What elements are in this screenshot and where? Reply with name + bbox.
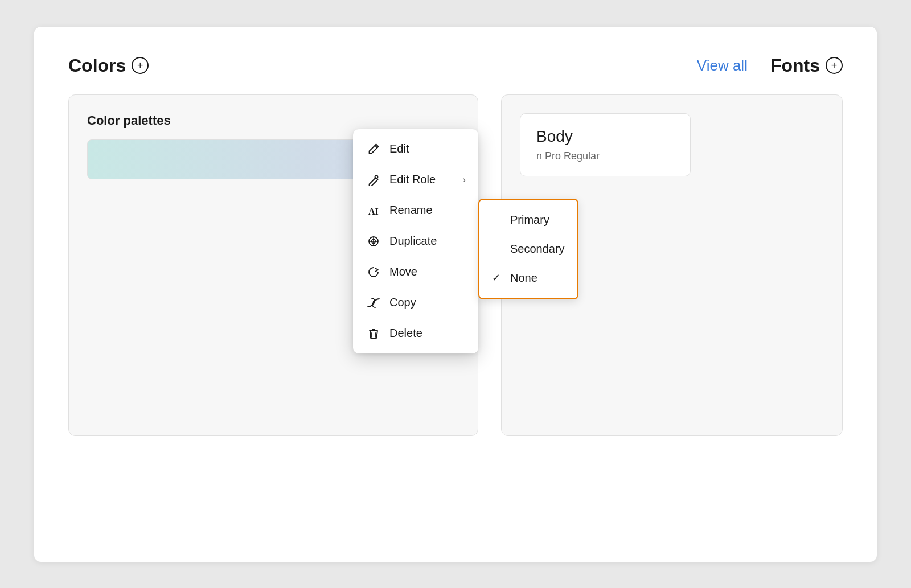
- edit-role-label: Edit Role: [389, 173, 455, 186]
- add-fonts-button[interactable]: +: [826, 57, 843, 74]
- move-icon: [366, 264, 381, 280]
- top-header: Colors + View all Fonts +: [68, 55, 843, 76]
- none-label: None: [510, 272, 537, 285]
- submenu-item-primary[interactable]: Primary: [479, 205, 577, 235]
- menu-item-move[interactable]: Move: [353, 257, 478, 287]
- role-submenu: Primary Secondary ✓ None: [478, 199, 578, 299]
- copy-icon: [366, 295, 381, 311]
- move-label: Move: [389, 265, 466, 278]
- colors-section-title: Colors +: [68, 55, 149, 76]
- menu-item-edit-role[interactable]: Edit Role › Primary Secondary ✓ None: [353, 165, 478, 195]
- svg-point-0: [375, 175, 378, 178]
- colors-title-text: Colors: [68, 55, 126, 76]
- fonts-section-title: Fonts +: [770, 55, 843, 76]
- svg-text:AI: AI: [368, 207, 379, 216]
- font-item-subtitle: n Pro Regular: [536, 150, 674, 162]
- delete-label: Delete: [389, 327, 466, 340]
- font-item-card: Body n Pro Regular: [520, 113, 691, 176]
- context-menu: Edit Edit Role › Primary Seconda: [353, 129, 478, 353]
- fonts-section: Body n Pro Regular: [501, 94, 843, 527]
- menu-item-copy[interactable]: Copy: [353, 287, 478, 318]
- menu-item-edit[interactable]: Edit: [353, 134, 478, 165]
- fonts-title-text: Fonts: [770, 55, 820, 76]
- add-colors-button[interactable]: +: [132, 57, 149, 74]
- ai-text-icon: AI: [366, 203, 381, 219]
- menu-item-rename[interactable]: AI Rename: [353, 195, 478, 226]
- secondary-label: Secondary: [510, 242, 565, 256]
- main-container: Colors + View all Fonts + Color palettes…: [34, 27, 877, 562]
- color-palettes-title: Color palettes: [87, 113, 459, 128]
- submenu-item-none[interactable]: ✓ None: [479, 264, 577, 293]
- rename-label: Rename: [389, 204, 466, 217]
- submenu-arrow-icon: ›: [463, 175, 466, 185]
- submenu-item-secondary[interactable]: Secondary: [479, 235, 577, 264]
- check-none-icon: ✓: [492, 272, 503, 284]
- primary-label: Primary: [510, 213, 549, 227]
- menu-item-duplicate[interactable]: Duplicate: [353, 226, 478, 257]
- trash-icon: [366, 326, 381, 342]
- copy-label: Copy: [389, 296, 466, 309]
- duplicate-icon: [366, 233, 381, 249]
- view-all-link[interactable]: View all: [697, 57, 748, 75]
- duplicate-label: Duplicate: [389, 235, 466, 248]
- menu-item-delete[interactable]: Delete: [353, 318, 478, 349]
- check-primary-icon: [492, 214, 503, 226]
- font-item-title: Body: [536, 128, 674, 146]
- edit-label: Edit: [389, 142, 466, 155]
- pencil-role-icon: [366, 172, 381, 188]
- check-secondary-icon: [492, 243, 503, 255]
- pencil-icon: [366, 141, 381, 157]
